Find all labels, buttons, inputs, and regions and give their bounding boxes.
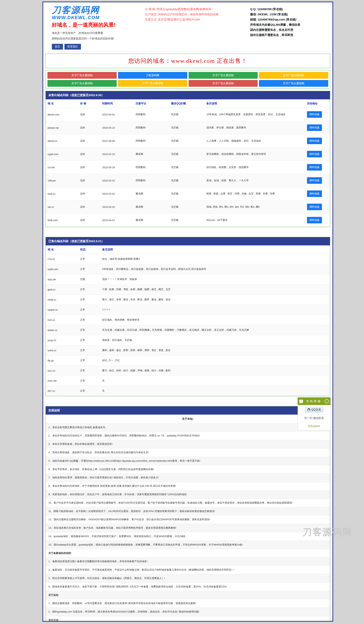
table-row: dkewl.com议价2023-04-01西部数码无拦截10年老域、159个终端… xyxy=(46,108,330,121)
nav-contact-button[interactable]: 联系我们 xyxy=(64,44,81,50)
about-site-heading: 关于本站: xyxy=(46,415,330,423)
status-cell: 正常 xyxy=(78,345,100,355)
domain-cell: geai.cc xyxy=(46,285,78,295)
ad-slot[interactable]: 文字广告火爆招租 xyxy=(259,80,328,87)
notice-section-heading: 关于实名: xyxy=(46,591,330,599)
domain-cell: tnnt.cc xyxy=(46,315,78,325)
domain-sale-banner: 您访问的域名：www.dkewl.com 正在出售！ xyxy=(46,53,330,68)
table-row: ysup.cn正常有收录，好记域名、无拦截 xyxy=(46,335,330,345)
table-row: c7e.cn正常短位，域名有 快速收录权限 权重3 xyxy=(46,254,330,264)
unsold-panel-title: 未售出域名列表（信息已更新至2022.9.30） xyxy=(46,91,330,99)
domain-cell: c7e.cn xyxy=(46,254,78,264)
promo-button[interactable]: 限时优惠 xyxy=(307,190,322,197)
ad-slot[interactable]: 文字广告火爆招租 xyxy=(189,72,258,79)
registrar-info-line: 注 册 商: 阿里云/godaddy/西部数码/爱名网/新网等等 xyxy=(145,6,239,12)
status-cell: 过期 xyxy=(78,274,100,285)
table-row: 64dl.com议价2023-04-22聚名网无拦截4位com，64下载等限时优… xyxy=(46,214,330,227)
ad-slot[interactable]: 文字广告火爆招租 xyxy=(189,80,258,87)
ad-slot[interactable]: 文字广告火爆招租 xyxy=(48,80,117,87)
notice-item: 3、部分空间商要求接入才可使用，均无法保证，请务必购买前确认（阿里云、腾讯云、百… xyxy=(46,574,330,583)
unsold-domains-table: 域 名价 格到期时间注册平台微信QQ拦截备注说明活动地址 dkewl.com议价… xyxy=(46,99,330,227)
note-cell: 4位com，64下载等 xyxy=(204,214,305,227)
status-cell: 正常 xyxy=(78,264,100,274)
status-cell: 正常 xyxy=(78,335,100,345)
trade-notice-panel: 交易说明 关于本站:1、本站业务范围主要是出售自己的域名,备案域名等。2、本站所… xyxy=(46,406,330,622)
table-row: tnnt.cc正常好记域名、特浓奶糖，特浓拿铁等 xyxy=(46,315,330,325)
sold-domains-panel: 已售出域名列表（信息已更新至2022.9.21） 域 名状态备注说明 c7e.c… xyxy=(46,237,330,396)
domain-cell: 6e.gs xyxy=(46,355,78,365)
nav-home-button[interactable]: 首页 xyxy=(52,44,63,50)
action-cell: 限时优惠 xyxy=(305,108,330,121)
promo-button[interactable]: 限时优惠 xyxy=(307,111,322,118)
price-cell: 议价 xyxy=(78,108,100,121)
table-row: azjs.pw过期流拍！！！！安卓技术，有收录 xyxy=(46,274,330,285)
registrar-info-line: 过户状态: 30秒内过户到你指定ID，域名终身所有权归买家。 xyxy=(145,12,239,17)
table-row: mida.cc正常密大 , 迷打 , 米搭 , 密达 , 米达 , 咪达 , 蜜… xyxy=(46,295,330,305)
online-service-widget: ! 在线客服 › QQ交谈 扫一扫 微信联系 给我发邮件 xyxy=(298,397,331,430)
expire-cell: 2023-05-29 xyxy=(100,161,134,174)
contact-info-line: 邮箱: 123456789@qq.com (常在线) xyxy=(250,17,300,22)
promo-button[interactable]: 限时优惠 xyxy=(307,217,322,223)
desc-line-2: 精明的您也许比我更能意识到一个好域名的实际价值! xyxy=(52,37,143,40)
table-row: oyamt.cn正常? ? ? ? xyxy=(46,305,330,315)
promo-button[interactable]: 限时优惠 xyxy=(307,138,322,144)
ad-slot[interactable]: 文字广告火爆招租 xyxy=(48,72,117,79)
notice-item: 4、因域名掉备案属不可抗力，域名不退不换，只按时间补偿! 按购买时间: 3天内万… xyxy=(46,583,330,591)
promo-button[interactable]: 限时优惠 xyxy=(307,164,322,171)
promo-button[interactable]: 限时优惠 xyxy=(307,204,322,210)
notice-section-heading: 支付方式: xyxy=(46,616,330,622)
main-container: 刀客源码网 WWW.DKEWL.COM 好域名，是一道亮丽的风景! 域名是一种无… xyxy=(43,1,333,622)
promo-button[interactable]: 限时优惠 xyxy=(307,151,322,157)
column-header: 备注说明 xyxy=(204,99,305,108)
price-cell: 议价 xyxy=(78,200,100,214)
qq-penguin-icon xyxy=(307,408,311,411)
column-header: 状态 xyxy=(78,245,100,254)
block-cell: 无拦截 xyxy=(169,134,204,148)
domain-cell: oyamt.cn xyxy=(46,305,78,315)
ad-slot[interactable]: 文字广告火爆招租 xyxy=(118,80,187,87)
email-link[interactable]: 给我发邮件 xyxy=(300,422,328,429)
expire-cell: 2023-02-02 xyxy=(100,187,134,200)
domain-cell: 0k7.cn xyxy=(46,386,78,396)
main-nav: 首页联系我们 xyxy=(52,44,143,50)
desc-line-1: 域名是一种无形资产，好域名比CEO更重要 xyxy=(52,31,143,35)
notice-item: 3、本站主张薄利多销，所以价格比较便宜，请买家勿还价! xyxy=(46,440,330,448)
table-row: suhe.cc正常素和 , 速和 , 速合 , 苏和 , 苏荷 , 鲜和 , 塑… xyxy=(46,345,330,355)
notice-item: 10、客户付款并不代表交易结束，付款后客户提供注册商账号，本站PUSH完才交易完… xyxy=(46,499,330,507)
ad-slot[interactable]: 刀客源码网 xyxy=(118,72,187,79)
trade-notice-title: 交易说明 xyxy=(46,406,330,415)
notice-item: 13、本站域名都只含域名本身，账户实名、域名解析等问题，本站只提供有限技术指导，… xyxy=(46,524,330,532)
qq-chat-label: QQ交谈 xyxy=(311,408,321,411)
domain-cell: 64dl.com xyxy=(46,214,78,227)
note-cell: 密大 , 迷打 , 米搭 , 密达 , 米达 , 咪达 , 蜜搭 , 蜜达 , … xyxy=(100,295,330,305)
column-header: 备注说明 xyxy=(100,245,330,254)
note-cell: 短位，域名有 快速收录权限 权重3 xyxy=(100,254,330,264)
contact-info: Q Q: 123456789 (常在线)微信: DKEWL_COM (常在线)邮… xyxy=(250,5,300,50)
notice-item: 11、因客户购买错域名，在不影响二次销售的情况下，24小时内可以退回，退回的话，… xyxy=(46,507,330,516)
table-row: 199.pw议价2023-02-02西部数码无拦截老域，短域，优质、要久久，一久… xyxy=(46,174,330,187)
action-cell: 限时优惠 xyxy=(305,200,330,214)
domain-cell: cyjwl.com xyxy=(46,148,78,161)
notice-item: 15、因Godaddy后台原因，godaddy域名，请勿心急自行找别的接收链接接… xyxy=(46,541,330,549)
ad-slot[interactable]: 文字广告火爆招租 xyxy=(259,72,328,79)
note-cell: 无为文昌，武威文昌，往往无成，旺旺网城，无为伟城，伍屋围村，万舞透迟，吴王挽词，… xyxy=(100,325,330,335)
status-cell: 正常 xyxy=(78,365,100,376)
notice-item: 12、国内注册商在注册商后台解析，GODADDY默认使用DNSPOD的解析，客户… xyxy=(46,516,330,524)
qq-chat-button[interactable]: QQ交谈 xyxy=(305,407,323,412)
platform-cell: 西部数码 xyxy=(134,161,169,174)
collapse-arrow-icon[interactable]: › xyxy=(325,399,329,403)
promo-button[interactable]: 限时优惠 xyxy=(307,177,322,184)
column-header: 到期时间 xyxy=(100,99,134,108)
note-cell: 10年老域、159个终端景区风景，近期房价，郊区风景，好记，主流域名 xyxy=(204,108,305,121)
domain-cell: wwwc.cc xyxy=(46,325,78,335)
expire-cell: 2024-03-22 xyxy=(100,121,134,134)
table-row: scjfd.com正常0年老域名，四川聚锋达，四川金福袋，四川金福地，四川金丰达… xyxy=(46,264,330,274)
table-row: 6e.gs正常好记, 六一, 六亿 xyxy=(46,355,330,365)
note-cell: 个爱 , 歌爱 , 割爱 , 哥哎 , 各爱 , 阁爱 , 隔爱 , 格艾 , … xyxy=(100,285,330,295)
logo-domain: WWW.DKEWL.COM xyxy=(52,15,143,20)
note-cell: 无 xyxy=(100,376,330,386)
promo-button[interactable]: 限时优惠 xyxy=(307,124,322,131)
column-header: 活动地址 xyxy=(305,99,330,108)
notice-item: 2、国外godaddy.com 无需实名，即买即用，请大家优先考虑GODADDY… xyxy=(46,608,330,616)
wechat-scan-line: 扫一扫 微信联系 xyxy=(300,414,328,420)
